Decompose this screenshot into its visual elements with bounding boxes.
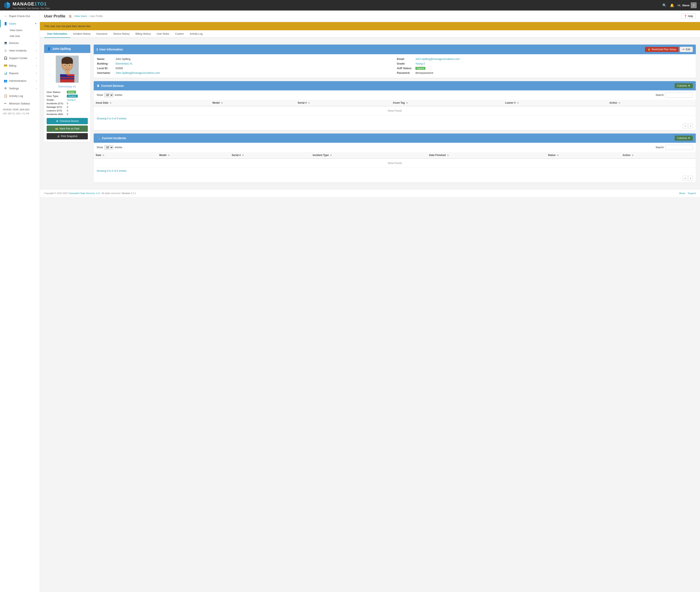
tab-insurance[interactable]: Insurance xyxy=(94,30,110,38)
help-label: Help xyxy=(688,15,693,18)
footer-copyright: Copyright © 2014-2021 xyxy=(44,192,68,194)
footer-version-label: Version xyxy=(122,192,130,194)
sort-icon: ⇅ xyxy=(242,154,244,156)
page-title: User Profile xyxy=(44,14,65,18)
loaners-cy-label: Loaners (CY): xyxy=(47,109,65,112)
col-incident-type[interactable]: Incident Type ⇅ xyxy=(311,152,427,158)
tab-incident-history[interactable]: Incident History xyxy=(70,30,94,38)
col-loaner[interactable]: Loaner # ⇅ xyxy=(503,100,607,106)
breadcrumb: 🏠 › View Users › User Profile xyxy=(69,15,103,18)
checkout-label: Checkout Device xyxy=(60,119,79,122)
incidents-show-select[interactable]: 10 25 50 xyxy=(104,145,113,150)
incidents-columns-button[interactable]: Columns ▼ xyxy=(675,136,693,141)
tab-user-notes[interactable]: User Notes xyxy=(154,30,172,38)
sidebar-item-settings[interactable]: ⚙ Settings › xyxy=(0,85,40,92)
wrench-icon: 🔧 xyxy=(97,137,100,140)
restricted-plan-button[interactable]: 🔒 Restricted Plan Setup xyxy=(645,47,679,52)
user-info-right-col: Email: John.Spilling@manage1to1demo.com … xyxy=(397,58,692,75)
incidents-no-data-cell: None Found xyxy=(94,158,696,168)
devices-no-data-row: None Found xyxy=(94,106,696,115)
sidebar-item-users[interactable]: 👤 Users ▼ xyxy=(0,20,40,27)
user-info-header-title: User Information xyxy=(99,48,123,51)
billing-arrow-icon: › xyxy=(36,64,37,67)
devices-next-page[interactable]: › xyxy=(688,124,693,129)
col-date[interactable]: Date ⇅ xyxy=(94,152,157,158)
col-model[interactable]: Model ⇅ xyxy=(210,100,295,106)
col-inc-model[interactable]: Model ⇅ xyxy=(157,152,230,158)
checkout-device-button[interactable]: 🖥 Checkout Device xyxy=(47,118,88,124)
admins-arrow-icon: › xyxy=(36,80,37,82)
breadcrumb-sep1: › xyxy=(73,15,73,18)
print-snapshot-button[interactable]: 🖨 Print Snapshot xyxy=(47,133,88,139)
devices-header-title: Current Devices xyxy=(101,84,124,88)
footer-support-link[interactable]: Support xyxy=(688,192,696,194)
breadcrumb-view-users[interactable]: View Users xyxy=(74,15,87,18)
col-inc-action[interactable]: Action ⇅ xyxy=(621,152,696,158)
sidebar-item-reports[interactable]: 📊 Reports › xyxy=(0,69,40,77)
sidebar-item-rapid-checkout[interactable]: → Rapid Check-Out xyxy=(0,12,40,20)
tab-device-history[interactable]: Device History xyxy=(110,30,132,38)
tab-activity-log[interactable]: Activity Log xyxy=(187,30,206,38)
aup-badge: Signed xyxy=(415,67,425,70)
devices-show-select[interactable]: 10 25 50 xyxy=(104,93,113,97)
damage-cy-label: Damage (CY): xyxy=(47,106,65,108)
home-icon[interactable]: 🏠 xyxy=(69,15,72,18)
sort-icon: ⇅ xyxy=(110,102,111,104)
footer-version: 3.2.1 xyxy=(131,192,136,194)
devices-header-left: 🖥 Current Devices xyxy=(97,84,124,88)
right-panel: ℹ User Information 🔒 Restricted Plan Set… xyxy=(94,45,696,186)
sidebar-item-devices[interactable]: 💻 Devices › xyxy=(0,39,40,47)
tab-custom[interactable]: Custom xyxy=(172,30,187,38)
user-info-header-left: ℹ User Information xyxy=(97,48,123,51)
search-icon[interactable]: 🔍 xyxy=(662,3,666,7)
devices-search-box: Search: xyxy=(656,93,693,98)
incidents-prev-page[interactable]: ‹ xyxy=(683,176,687,181)
mark-fee-paid-button[interactable]: 💳 Mark Fee as Paid xyxy=(47,126,88,132)
billing-icon: 💳 xyxy=(4,64,7,67)
sidebar-item-view-users[interactable]: View Users xyxy=(8,27,40,33)
avatar[interactable]: S xyxy=(691,2,697,8)
current-devices-panel: 🖥 Current Devices Columns ▼ Show xyxy=(94,81,696,130)
logo-icon xyxy=(3,1,11,9)
sidebar-item-administrators[interactable]: 👥 Administrators › xyxy=(0,77,40,85)
col-action[interactable]: Action ⇅ xyxy=(607,100,696,106)
sidebar-item-add-user[interactable]: Add User xyxy=(8,33,40,39)
user-building: Elementary #1 xyxy=(47,85,88,88)
devices-toolbar: Show 10 25 50 entries Search: xyxy=(94,90,696,100)
username-display: Steve xyxy=(682,4,690,7)
main-content: User Profile 🏠 › View Users › User Profi… xyxy=(40,10,700,592)
devices-show-entries: Show 10 25 50 entries xyxy=(97,93,122,97)
sidebar-item-minimize[interactable]: ✏ Minimize Sidebar xyxy=(0,100,40,107)
col-serial[interactable]: Serial # ⇅ xyxy=(295,100,391,106)
edit-button[interactable]: ✏ Edit xyxy=(680,47,693,52)
footer-about-link[interactable]: About xyxy=(679,192,685,194)
checkout-icon: 🖥 xyxy=(56,119,58,122)
devices-table-body: None Found xyxy=(94,106,696,115)
incidents-next-page[interactable]: › xyxy=(688,176,693,181)
info-icon: ℹ xyxy=(97,48,98,51)
sidebar-item-view-incidents[interactable]: ⚠ View Incidents › xyxy=(0,47,40,54)
help-button[interactable]: ❓ Help xyxy=(681,13,696,19)
col-status[interactable]: Status ⇅ xyxy=(546,152,621,158)
incidents-search-input[interactable] xyxy=(665,145,693,150)
devices-columns-button[interactable]: Columns ▼ xyxy=(675,83,693,88)
sidebar-item-support-center[interactable]: 🎧 Support Center › xyxy=(0,54,40,62)
markfee-icon: 💳 xyxy=(55,127,58,130)
sidebar-item-billing[interactable]: 💳 Billing › xyxy=(0,62,40,69)
tab-user-information[interactable]: User Information xyxy=(44,30,70,38)
tab-billing-history[interactable]: Billing History xyxy=(132,30,154,38)
incidents-header-row: Date ⇅ Model ⇅ Serial # ⇅ Incident Type … xyxy=(94,152,696,158)
user-info-panel-body: Name: John Spilling Building: Elementary… xyxy=(94,54,696,78)
col-date-finished[interactable]: Date Finished ⇅ xyxy=(427,152,546,158)
incidents-table: Date ⇅ Model ⇅ Serial # ⇅ Incident Type … xyxy=(94,152,696,168)
devices-search-input[interactable] xyxy=(665,93,693,98)
notification-icon[interactable]: 🔔 xyxy=(670,3,674,7)
col-asset-tag[interactable]: Asset Tag ⇅ xyxy=(391,100,503,106)
col-issue-date[interactable]: Issue Date ⇅ xyxy=(94,100,210,106)
sidebar-item-activity-log[interactable]: 📋 Activity Log xyxy=(0,92,40,100)
footer-company-link[interactable]: Overwatch Data Services, LLC. xyxy=(69,192,101,194)
svg-rect-17 xyxy=(60,76,74,78)
devices-prev-page[interactable]: ‹ xyxy=(683,124,687,129)
col-inc-serial[interactable]: Serial # ⇅ xyxy=(230,152,311,158)
user-card: 👤 John Spilling xyxy=(44,45,90,142)
